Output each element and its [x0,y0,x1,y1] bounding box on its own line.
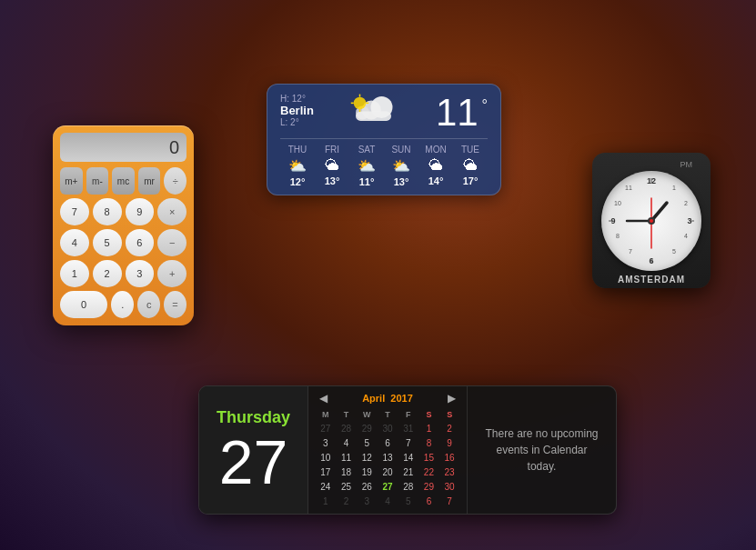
calc-btn-4[interactable]: 4 [60,229,89,256]
calc-row-mem: m+ m- mc mr ÷ [60,167,186,195]
calendar-month-title: April 2017 [362,393,413,404]
weather-top: H: 12° Berlin L: 2° 11 ° [280,94,488,135]
calc-btn-mc[interactable]: mc [112,167,135,195]
cal-cell-30p[interactable]: 30 [378,422,398,435]
cal-cell-6[interactable]: 6 [378,436,398,450]
cal-cell-3n[interactable]: 3 [357,495,377,508]
calendar-events-panel: There are no upcoming events in Calendar… [468,386,616,514]
cal-cell-25[interactable]: 25 [337,480,357,494]
cal-cell-27-today[interactable]: 27 [378,480,398,494]
calc-display-value: 0 [169,137,179,158]
calc-btn-equals[interactable]: = [164,291,186,318]
cal-cell-19[interactable]: 19 [357,465,377,479]
svg-text:8: 8 [616,233,620,239]
forecast-fri: FRI 🌥 13° [315,145,349,187]
calc-btn-clear[interactable]: c [137,291,160,318]
weather-temp: 11 [436,94,479,132]
cal-cell-20[interactable]: 20 [378,465,398,479]
calc-btn-subtract[interactable]: − [157,229,186,256]
calendar-prev-arrow[interactable]: ◀ [316,392,331,405]
cal-cell-14[interactable]: 14 [398,451,418,465]
clock-period: PM [600,160,703,169]
calc-display: 0 [60,133,186,162]
calendar-grid: M T W T F S S 27 28 29 30 31 1 2 3 4 5 6… [316,408,459,508]
cal-cell-6n[interactable]: 6 [419,495,439,508]
calc-btn-6[interactable]: 6 [126,229,155,256]
cal-header-t1: T [337,408,357,421]
calc-btn-3[interactable]: 3 [126,260,155,287]
clock-face: 12 3 6 9 1 2 4 5 7 8 10 11 [601,171,701,271]
cal-cell-8[interactable]: 8 [419,436,439,450]
calc-btn-decimal[interactable]: . [111,291,134,318]
calc-row-0: 0 . c = [60,291,186,318]
cal-cell-2n[interactable]: 2 [337,495,357,508]
calc-btn-5[interactable]: 5 [93,229,122,256]
calendar-day-name: Thursday [216,408,291,427]
calendar-grid-panel: ◀ April 2017 ▶ M T W T F S S 27 28 29 30… [308,386,468,514]
cal-cell-1n[interactable]: 1 [316,495,336,508]
calc-btn-9[interactable]: 9 [126,198,155,225]
calc-btn-add[interactable]: + [157,260,186,287]
svg-text:7: 7 [629,248,632,255]
cal-cell-16[interactable]: 16 [439,451,459,465]
cal-cell-17[interactable]: 17 [316,465,336,479]
calendar-nav: ◀ April 2017 ▶ [316,392,459,405]
svg-text:1: 1 [672,185,676,191]
cal-cell-10[interactable]: 10 [316,451,336,465]
clock-widget: PM 12 3 6 9 1 2 4 5 7 8 10 11 [592,153,711,288]
calc-btn-mr[interactable]: mr [138,167,161,195]
cal-cell-21[interactable]: 21 [398,465,418,479]
cal-cell-23[interactable]: 23 [439,465,459,479]
calc-btn-mplus[interactable]: m+ [60,167,83,195]
cal-cell-12[interactable]: 12 [357,451,377,465]
calc-btn-1[interactable]: 1 [60,260,89,287]
calc-btn-8[interactable]: 8 [93,198,122,225]
cal-cell-31p[interactable]: 31 [398,422,418,435]
cal-cell-1[interactable]: 1 [419,422,439,435]
svg-text:2: 2 [684,200,688,206]
calculator-widget: 0 m+ m- mc mr ÷ 7 8 9 × 4 5 6 − 1 2 3 + … [53,125,194,325]
calc-btn-2[interactable]: 2 [93,260,122,287]
cal-cell-2[interactable]: 2 [439,422,459,435]
cal-cell-11[interactable]: 11 [337,451,357,465]
calc-btn-divide[interactable]: ÷ [164,167,186,195]
cal-cell-24[interactable]: 24 [316,480,336,494]
svg-text:11: 11 [625,185,632,191]
calendar-next-arrow[interactable]: ▶ [444,392,459,405]
calc-row-456: 4 5 6 − [60,229,186,256]
weather-low: L: 2° [280,117,314,127]
calc-btn-7[interactable]: 7 [60,198,89,225]
weather-cloud-icon [348,89,402,130]
cal-cell-26[interactable]: 26 [357,480,377,494]
cal-cell-13[interactable]: 13 [378,451,398,465]
cal-cell-7[interactable]: 7 [398,436,418,450]
cal-header-w: W [357,408,377,421]
cal-cell-18[interactable]: 18 [337,465,357,479]
cal-cell-29p[interactable]: 29 [357,422,377,435]
cal-cell-3[interactable]: 3 [316,436,336,450]
calc-row-789: 7 8 9 × [60,198,186,225]
calc-buttons: m+ m- mc mr ÷ 7 8 9 × 4 5 6 − 1 2 3 + 0 … [60,167,186,318]
calc-btn-0[interactable]: 0 [60,291,107,318]
calc-btn-multiply[interactable]: × [157,198,186,225]
cal-cell-29[interactable]: 29 [419,480,439,494]
cal-cell-15[interactable]: 15 [419,451,439,465]
forecast-thu: THU ⛅ 12° [280,145,315,187]
svg-rect-3 [356,111,391,121]
forecast-sat: SAT ⛅ 11° [349,145,384,187]
cal-cell-5[interactable]: 5 [357,436,377,450]
cal-cell-9[interactable]: 9 [439,436,459,450]
cal-cell-4[interactable]: 4 [337,436,357,450]
cal-cell-28[interactable]: 28 [398,480,418,494]
calendar-day-number: 27 [216,431,291,493]
cal-cell-28p[interactable]: 28 [337,422,357,435]
cal-cell-22[interactable]: 22 [419,465,439,479]
cal-cell-7n[interactable]: 7 [439,495,459,508]
cal-cell-27p[interactable]: 27 [316,422,336,435]
calc-row-123: 1 2 3 + [60,260,186,287]
calc-btn-mminus[interactable]: m- [86,167,109,195]
cal-cell-30[interactable]: 30 [439,480,459,494]
clock-svg: 12 3 6 9 1 2 4 5 7 8 10 11 [601,171,701,271]
cal-cell-5n[interactable]: 5 [398,495,418,508]
cal-cell-4n[interactable]: 4 [378,495,398,508]
